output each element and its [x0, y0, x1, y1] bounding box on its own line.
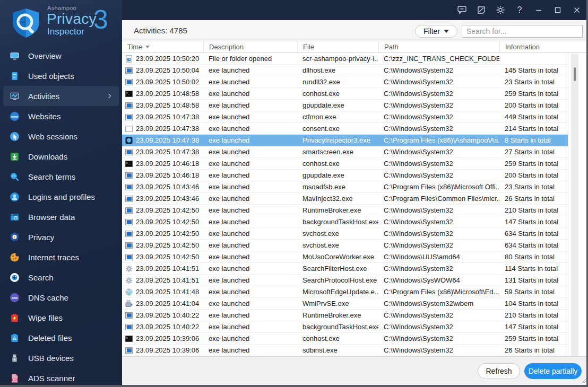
toolbar: Activities: 4785 Filter	[122, 20, 588, 41]
sidebar-item-web-sessions[interactable]: Web sessions	[3, 126, 119, 146]
sidebar-item-activities[interactable]: Activities›	[3, 86, 119, 106]
sidebar-item-label: Overview	[28, 51, 62, 60]
sidebar-item-internet-traces[interactable]: Internet traces	[3, 247, 119, 267]
minimize-button[interactable]	[529, 0, 548, 20]
cell-time: 23.09.2025 10:40:22	[122, 321, 203, 332]
sidebar-item-ads-scanner[interactable]: ADSADS scanner	[3, 368, 119, 387]
table-row[interactable]: 23.09.2025 10:40:22exe launchedRuntimeBr…	[122, 310, 568, 321]
table-row[interactable]: 23.09.2025 10:43:46exe launchedMavInject…	[122, 193, 568, 205]
column-header-description[interactable]: Description	[203, 41, 297, 52]
sidebar-item-browser-data[interactable]: Browser data	[3, 207, 119, 227]
sidebar-item-label: Web sessions	[28, 132, 77, 141]
table-row[interactable]: 23.09.2025 10:42:50exe launchedsvchost.e…	[122, 240, 568, 251]
activities-icon	[10, 91, 20, 101]
cell-path: C:\Windows\System32	[378, 321, 499, 332]
app-file-type-icon	[125, 230, 133, 238]
table-row[interactable]: 23.09.2025 10:41:04exe launchedWmiPrvSE.…	[122, 298, 568, 310]
feedback-icon[interactable]: **	[453, 0, 472, 20]
table-row[interactable]: 23.09.2025 10:47:38exe launchedPrivacyIn…	[122, 135, 568, 146]
cell-path: C:\Windows\System32	[378, 158, 499, 169]
cell-information: 131 Starts in total	[499, 275, 568, 286]
sidebar-item-overview[interactable]: Overview	[3, 46, 119, 66]
table-row[interactable]: 23.09.2025 10:42:50exe launchedRuntimeBr…	[122, 205, 568, 216]
cell-information: 26 Starts in total	[499, 345, 568, 356]
cell-time: 23.09.2025 10:46:18	[122, 158, 203, 169]
column-header-time[interactable]: Time	[122, 41, 203, 52]
used-objects-icon	[10, 71, 20, 81]
table-row[interactable]: 23.09.2025 10:47:38exe launchedctfmon.ex…	[122, 111, 568, 123]
cell-file: MicrosoftEdgeUpdate.e...	[297, 286, 378, 297]
cell-time: 23.09.2025 10:40:22	[122, 310, 203, 321]
sidebar-item-downloads[interactable]: Downloads	[3, 146, 119, 166]
table-row[interactable]: 23.09.2025 10:47:38exe launchedconsent.e…	[122, 123, 568, 135]
sidebar-item-privacy[interactable]: Privacy	[3, 227, 119, 247]
table-row[interactable]: 23.09.2025 10:50:04exe launcheddllhost.e…	[122, 65, 568, 76]
cell-time: 23.09.2025 10:42:50	[122, 228, 203, 239]
settings-gear-icon[interactable]	[491, 0, 510, 20]
table-row[interactable]: 23.09.2025 10:41:51exe launchedSearchPro…	[122, 275, 568, 286]
column-header-file[interactable]: File	[297, 41, 378, 52]
table-row[interactable]: 23.09.2025 10:48:58exe launchedconhost.e…	[122, 88, 568, 100]
cell-file: RuntimeBroker.exe	[297, 310, 378, 321]
filter-button[interactable]: Filter	[415, 25, 457, 38]
cell-information: 214 Starts in total	[499, 123, 568, 134]
sidebar-item-websites[interactable]: wwwWebsites	[3, 106, 119, 126]
vertical-scrollbar[interactable]	[571, 54, 578, 376]
table-row[interactable]: 23.09.2025 10:46:18exe launchedconhost.e…	[122, 158, 568, 170]
shield-magnifier-logo-icon: 1010	[11, 7, 41, 41]
column-header-path[interactable]: Path	[378, 41, 499, 52]
table-row[interactable]: 23.09.2025 10:42:50exe launchedsvchost.e…	[122, 228, 568, 240]
scrollbar-thumb[interactable]	[574, 67, 576, 81]
sidebar-item-usb-devices[interactable]: USB devices	[3, 348, 119, 368]
app-file-type-icon	[125, 312, 133, 319]
table-row[interactable]: 23.09.2025 10:41:51exe launchedSearchFil…	[122, 263, 568, 275]
table-row[interactable]: 23.09.2025 10:50:02exe launchedrundll32.…	[122, 76, 568, 88]
table-row[interactable]: 23.09.2025 10:48:58exe launchedgpupdate.…	[122, 100, 568, 111]
wipe-files-icon	[10, 313, 20, 323]
search-input[interactable]	[462, 25, 583, 38]
cell-path: C:\Program Files (x86)\Microsoft\Ed...	[378, 286, 499, 297]
cell-path: C:\Program Files (x86)\Ashampoo\As...	[378, 135, 499, 146]
delete-partially-button[interactable]: Delete partially	[524, 363, 582, 379]
cell-file: gpupdate.exe	[297, 100, 378, 111]
cell-path: C:\Program Files (x86)\Microsoft Offi...	[378, 181, 499, 192]
close-button[interactable]	[567, 0, 586, 20]
cell-information: 210 Starts in total	[499, 310, 568, 321]
table-row[interactable]: 23.09.2025 10:41:48exe launchedMicrosoft…	[122, 286, 568, 298]
usb-devices-icon	[10, 353, 20, 363]
cell-file: PrivacyInspector3.exe	[297, 135, 378, 146]
table-row[interactable]: 23.09.2025 10:42:50exe launchedMoUsoCore…	[122, 251, 568, 263]
help-icon[interactable]: ?	[510, 0, 529, 20]
sidebar-item-wipe-files[interactable]: Wipe files	[3, 307, 119, 328]
svg-text:ADS: ADS	[13, 379, 17, 381]
maximize-button[interactable]	[548, 0, 567, 20]
table-row[interactable]: 23.09.2025 10:39:06exe launchedsdbinst.e…	[122, 345, 568, 356]
sidebar: 1010 Ashampoo Privacy Inspector 3 Overvi…	[0, 0, 122, 385]
table-row[interactable]: 23.09.2025 10:39:06exe launchedconhost.e…	[122, 333, 568, 345]
table-row[interactable]: 23.09.2025 10:50:20File or folder opened…	[122, 53, 568, 65]
filter-button-label: Filter	[423, 27, 440, 36]
cell-description: exe launched	[203, 298, 297, 309]
table-row[interactable]: 23.09.2025 10:40:22exe launchedbackgroun…	[122, 321, 568, 333]
column-header-information[interactable]: Information	[499, 41, 568, 52]
cell-path: C:\Windows\System32	[378, 76, 499, 87]
table-row[interactable]: 23.09.2025 10:47:38exe launchedsmartscre…	[122, 146, 568, 158]
cell-description: exe launched	[203, 76, 297, 87]
cell-path: C:\Windows\System32	[378, 216, 499, 227]
sidebar-item-logins[interactable]: Logins and profiles	[3, 187, 119, 207]
resize-grip[interactable]	[582, 378, 587, 383]
sidebar-item-dns-cache[interactable]: DNSDNS cache	[3, 287, 119, 307]
table-row[interactable]: 23.09.2025 10:42:50exe launchedbackgroun…	[122, 216, 568, 228]
sidebar-item-search-terms[interactable]: Search terms	[3, 166, 119, 187]
sidebar-item-search[interactable]: Search	[3, 267, 119, 287]
cell-time: 23.09.2025 10:42:50	[122, 251, 203, 262]
sidebar-item-label: Internet traces	[28, 253, 79, 262]
sidebar-item-used-objects[interactable]: Used objects	[3, 66, 119, 86]
table-row[interactable]: 23.09.2025 10:43:46exe launchedmsoadfsb.…	[122, 181, 568, 193]
sidebar-item-deleted-files[interactable]: Deleted files	[3, 328, 119, 348]
refresh-button[interactable]: Refresh	[478, 363, 520, 379]
notes-icon[interactable]	[472, 0, 491, 20]
console-file-type-icon	[125, 90, 133, 98]
table-row[interactable]: 23.09.2025 10:46:18exe launchedgpupdate.…	[122, 170, 568, 181]
dns-cache-icon: DNS	[10, 293, 20, 303]
